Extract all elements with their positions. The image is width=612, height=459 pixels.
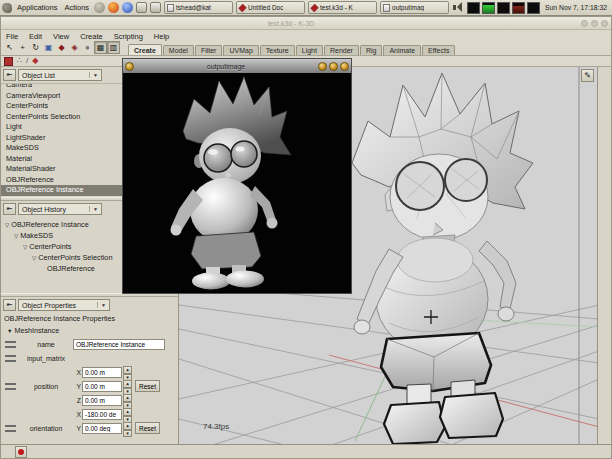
detach-icon[interactable]: ⇤ <box>3 299 16 311</box>
close-button[interactable] <box>601 20 608 27</box>
edit-pencil-icon[interactable]: ✎ <box>581 69 594 82</box>
sphere-view-icon[interactable]: ● <box>81 41 94 54</box>
minimize-button[interactable] <box>318 62 327 71</box>
render-preview-icon[interactable]: ◆ <box>55 41 68 54</box>
close-button[interactable] <box>340 62 349 71</box>
reset-button[interactable]: Reset <box>135 422 160 434</box>
property-label: name <box>19 341 73 348</box>
maximize-button[interactable] <box>329 62 338 71</box>
object-history-combo[interactable]: Object History ▼ <box>18 203 102 215</box>
expander-icon[interactable]: ▽ <box>5 222 9 228</box>
spin-up-icon[interactable]: ▲ <box>123 394 132 402</box>
browser-icon[interactable] <box>122 2 133 13</box>
reset-button[interactable]: Reset <box>135 380 160 392</box>
name-input[interactable] <box>73 339 165 350</box>
position-x-input[interactable] <box>82 367 122 378</box>
mesh-instance-section[interactable]: ▼MeshInstance <box>1 325 178 337</box>
expander-icon[interactable]: ▽ <box>23 244 27 250</box>
taskbar-window-outputimage[interactable]: outputimag <box>380 1 449 14</box>
expander-icon[interactable]: ▽ <box>32 255 36 261</box>
link-icon[interactable] <box>5 355 16 362</box>
position-y-input[interactable] <box>82 381 122 392</box>
render-window-title: outputimage <box>134 63 318 70</box>
render-window: outputimage <box>122 58 352 294</box>
menu-file[interactable]: File <box>6 32 18 41</box>
taskbar-window-terminal[interactable]: tshead@kat <box>164 1 233 14</box>
net-monitor-applet[interactable] <box>512 2 525 14</box>
color-swatch-icon[interactable] <box>4 57 13 66</box>
speaker-icon[interactable] <box>453 2 465 13</box>
terminal-launcher-icon[interactable] <box>136 2 147 13</box>
tab-render[interactable]: Render <box>324 45 359 55</box>
tab-effects[interactable]: Effects <box>422 45 455 55</box>
maximize-button[interactable] <box>591 20 598 27</box>
object-properties-combo[interactable]: Object Properties ▼ <box>18 299 110 311</box>
menu-help[interactable]: Help <box>154 32 169 41</box>
detach-icon[interactable]: ⇤ <box>3 203 16 215</box>
desktop: Applications Actions tshead@kat Untitled… <box>0 0 612 459</box>
lines-mode-icon[interactable]: / <box>26 57 28 65</box>
axis-label: Z <box>73 397 81 404</box>
link-icon[interactable] <box>5 383 16 390</box>
link-icon[interactable] <box>5 425 16 432</box>
menu-scripting[interactable]: Scripting <box>114 32 143 41</box>
properties-panel: OBJReference Instance Properties ▼MeshIn… <box>1 313 178 444</box>
k3d-doc-icon <box>238 3 246 11</box>
cpu-monitor-applet[interactable] <box>482 2 495 14</box>
scale-tool-icon[interactable]: ▣ <box>42 41 55 54</box>
move-tool-icon[interactable]: + <box>16 41 29 54</box>
record-button[interactable] <box>15 446 27 458</box>
rotate-tool-icon[interactable]: ↻ <box>29 41 42 54</box>
orientation-x-input[interactable] <box>82 409 122 420</box>
minimize-button[interactable] <box>581 20 588 27</box>
tab-animate[interactable]: Animate <box>383 45 421 55</box>
detach-icon[interactable]: ⇤ <box>3 69 16 81</box>
menu-create[interactable]: Create <box>80 32 103 41</box>
orientation-y-input[interactable] <box>82 423 122 434</box>
launcher-icon[interactable] <box>94 2 105 13</box>
property-row-orientation-x: X ▲▼ <box>1 407 178 421</box>
spinner: ▲▼ <box>123 380 132 392</box>
actions-menu[interactable]: Actions <box>62 3 91 12</box>
clock[interactable]: Sun Nov 7, 17:18:32 <box>542 4 610 11</box>
tab-filter[interactable]: Filter <box>195 45 223 55</box>
window-titlebar[interactable]: test.k3d - K-3D <box>1 17 611 30</box>
tab-model[interactable]: Model <box>163 45 194 55</box>
property-label: input_matrix <box>19 355 73 362</box>
layout-toggle-icon[interactable]: ▥ <box>107 41 120 54</box>
files-launcher-icon[interactable] <box>150 2 161 13</box>
select-tool-icon[interactable]: ↖ <box>3 41 16 54</box>
window-menu-button[interactable] <box>125 62 134 71</box>
spin-up-icon[interactable]: ▲ <box>123 380 132 388</box>
taskbar-window-untitled[interactable]: Untitled Doc <box>236 1 305 14</box>
applications-menu[interactable]: Applications <box>15 3 59 12</box>
spin-up-icon[interactable]: ▲ <box>123 422 132 430</box>
status-bar <box>1 444 611 458</box>
spin-down-icon[interactable]: ▼ <box>123 430 132 438</box>
link-icon[interactable] <box>5 341 16 348</box>
monitor-applet[interactable] <box>497 2 510 14</box>
taskbar-window-testk3d[interactable]: test.k3d - K <box>308 1 377 14</box>
render-frame-icon[interactable]: ◈ <box>68 41 81 54</box>
spin-up-icon[interactable]: ▲ <box>123 408 132 416</box>
monitor-applet[interactable] <box>527 2 540 14</box>
object-list-combo[interactable]: Object List ▼ <box>18 69 102 81</box>
spin-up-icon[interactable]: ▲ <box>123 366 132 374</box>
points-mode-icon[interactable]: ∴ <box>17 57 22 65</box>
firefox-icon[interactable] <box>108 2 119 13</box>
diamond-icon[interactable]: ◆ <box>32 57 38 65</box>
menu-view[interactable]: View <box>53 32 69 41</box>
position-z-input[interactable] <box>82 395 122 406</box>
render-window-titlebar[interactable]: outputimage <box>123 59 351 73</box>
grid-toggle-icon[interactable]: ▦ <box>94 41 107 54</box>
tab-light[interactable]: Light <box>296 45 323 55</box>
monitor-applet[interactable] <box>467 2 480 14</box>
tab-create[interactable]: Create <box>128 44 162 55</box>
expander-icon[interactable]: ▽ <box>14 233 18 239</box>
tab-uvmap[interactable]: UVMap <box>223 45 258 55</box>
menu-edit[interactable]: Edit <box>29 32 42 41</box>
tab-texture[interactable]: Texture <box>260 45 295 55</box>
system-tray: Sun Nov 7, 17:18:32 <box>453 2 610 14</box>
gnome-menu-icon[interactable] <box>2 3 12 13</box>
tab-rig[interactable]: Rig <box>360 45 383 55</box>
